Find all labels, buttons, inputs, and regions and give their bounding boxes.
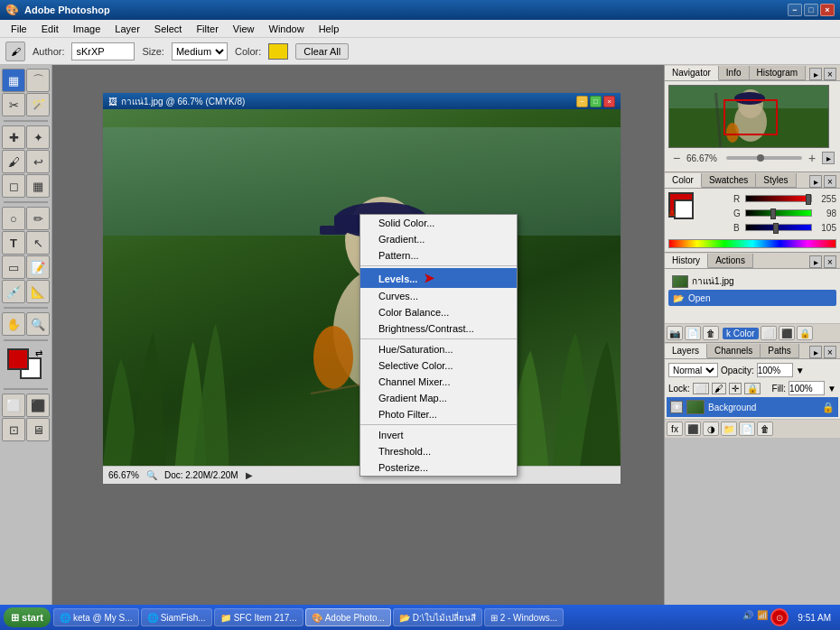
ctx-solid-color[interactable]: Solid Color... (360, 215, 517, 231)
start-button[interactable]: ⊞ start (4, 607, 51, 627)
minimize-button[interactable]: − (788, 4, 802, 16)
channel-r-slider[interactable] (745, 195, 812, 202)
history-item-snapshot[interactable]: กาแน่1.jpg (668, 273, 836, 290)
tab-navigator[interactable]: Navigator (665, 66, 719, 80)
opacity-arrow-icon[interactable]: ▼ (796, 366, 805, 375)
lock-move-icon[interactable]: ✛ (729, 383, 742, 394)
ctx-gradient-map[interactable]: Gradient Map... (360, 390, 517, 406)
zoom-slider[interactable] (726, 156, 802, 160)
image-minimize-button[interactable]: − (576, 96, 588, 107)
new-set-btn[interactable]: 📁 (721, 422, 737, 436)
size-select[interactable]: Small Medium Large (172, 42, 228, 60)
close-button[interactable]: × (820, 4, 835, 16)
new-snapshot-btn[interactable]: 📷 (667, 326, 683, 340)
dodge-tool[interactable]: ○ (2, 207, 25, 230)
ctx-channel-mixer[interactable]: Channel Mixer... (360, 374, 517, 390)
pen-tool[interactable]: ✏ (26, 207, 50, 230)
hand-tool[interactable]: ✋ (2, 312, 25, 336)
layers-menu-icon[interactable]: ▸ (809, 346, 822, 358)
menu-image[interactable]: Image (66, 22, 108, 36)
taskbar-item-sfc[interactable]: 📁 SFC Item 217... (214, 608, 303, 626)
layer-eye-icon[interactable]: 👁 (670, 401, 683, 413)
layer-styles-btn[interactable]: fx (667, 422, 683, 436)
tab-swatches[interactable]: Swatches (702, 173, 756, 188)
create-new-doc-btn[interactable]: 📄 (685, 326, 701, 340)
gradient-tool[interactable]: ▦ (26, 174, 50, 198)
lock-transparent-icon[interactable]: ⬜ (693, 383, 709, 394)
ctx-posterize[interactable]: Posterize... (360, 459, 517, 476)
delete-layer-btn[interactable]: 🗑 (757, 422, 773, 436)
measure-tool[interactable]: 📐 (26, 280, 50, 303)
ctx-color-balance[interactable]: Color Balance... (360, 304, 517, 320)
ctx-threshold[interactable]: Threshold... (360, 443, 517, 459)
ctx-photo-filter[interactable]: Photo Filter... (360, 406, 517, 422)
delete-state-btn[interactable]: 🗑 (703, 326, 719, 340)
new-layer-btn[interactable]: 📄 (739, 422, 755, 436)
navigator-menu-icon[interactable]: ▸ (809, 68, 822, 80)
menu-help[interactable]: Help (312, 22, 347, 36)
quick-mask-mode[interactable]: ⬛ (26, 394, 50, 417)
image-maximize-button[interactable]: □ (590, 96, 602, 107)
shape-tool[interactable]: ▭ (2, 255, 25, 279)
menu-view[interactable]: View (226, 22, 262, 36)
ctx-hue-saturation[interactable]: Hue/Saturation... (360, 341, 517, 357)
zoom-out-icon[interactable]: − (670, 151, 683, 165)
tab-actions[interactable]: Actions (708, 254, 753, 268)
channel-g-slider[interactable] (745, 209, 812, 217)
ctx-brightness-contrast[interactable]: Brightness/Contrast... (360, 320, 517, 337)
history-brush-tool[interactable]: ↩ (26, 150, 50, 173)
marquee-tool[interactable]: ▦ (2, 69, 25, 92)
lock-paint-icon[interactable]: 🖌 (712, 383, 726, 394)
menu-filter[interactable]: Filter (189, 22, 225, 36)
swap-colors-icon[interactable]: ⇄ (35, 348, 42, 358)
layer-background[interactable]: 👁 Background 🔒 (667, 397, 838, 417)
blend-mode-select[interactable]: Normal (668, 363, 718, 377)
channel-b-slider[interactable] (745, 224, 812, 231)
menu-file[interactable]: File (4, 22, 34, 36)
stamp-tool[interactable]: ✦ (26, 125, 50, 149)
color-spectrum-bar[interactable] (668, 239, 836, 248)
standard-mode[interactable]: ⬜ (2, 394, 25, 417)
ctx-pattern[interactable]: Pattern... (360, 247, 517, 264)
tab-color[interactable]: Color (665, 173, 702, 188)
lock-all-icon[interactable]: 🔒 (744, 383, 761, 394)
ctx-levels[interactable]: Levels... ➤ (360, 268, 517, 288)
color-menu-icon[interactable]: ▸ (809, 175, 822, 188)
opacity-input[interactable] (757, 363, 793, 377)
adj-btn-1[interactable]: ⬜ (761, 326, 777, 340)
color-close-icon[interactable]: × (824, 175, 836, 188)
menu-edit[interactable]: Edit (34, 22, 66, 36)
taskbar-item-folder[interactable]: 📂 D:\ใบไม้เปลี่ยนสี (393, 608, 482, 626)
tray-network-icon[interactable]: 🔊 (742, 608, 754, 621)
zoom-in-icon[interactable]: + (806, 151, 818, 165)
navigator-close-icon[interactable]: × (824, 68, 836, 80)
jump-to-imageready[interactable]: 🖥 (26, 418, 50, 441)
clear-all-button[interactable]: Clear All (295, 43, 349, 60)
tab-styles[interactable]: Styles (756, 173, 796, 188)
adj-btn-2[interactable]: ⬛ (779, 326, 795, 340)
tab-layers[interactable]: Layers (665, 344, 707, 358)
bg-color-swatch[interactable] (674, 199, 694, 219)
menu-layer[interactable]: Layer (107, 22, 147, 36)
notes-tool[interactable]: 📝 (26, 255, 50, 279)
history-close-icon[interactable]: × (824, 255, 836, 268)
history-item-open[interactable]: 📂 Open (668, 290, 836, 306)
channel-g-thumb[interactable] (770, 208, 776, 219)
status-arrow-icon[interactable]: ▶ (246, 470, 257, 481)
fill-arrow-icon[interactable]: ▼ (827, 384, 836, 394)
magic-wand-tool[interactable]: 🪄 (26, 93, 50, 116)
color-swatch[interactable] (268, 43, 288, 60)
taskbar-item-siam[interactable]: 🌐 SiamFish... (141, 608, 212, 626)
type-tool[interactable]: T (2, 231, 25, 255)
history-menu-icon[interactable]: ▸ (809, 255, 822, 268)
tab-channels[interactable]: Channels (707, 344, 761, 358)
layers-close-icon[interactable]: × (824, 346, 836, 358)
lasso-tool[interactable]: ⌒ (26, 69, 50, 92)
brush-options-icon[interactable]: 🖌 (5, 42, 25, 61)
nav-scroll-right[interactable]: ▸ (822, 152, 835, 164)
menu-select[interactable]: Select (147, 22, 190, 36)
layer-mask-btn[interactable]: ⬛ (685, 422, 701, 436)
zoom-tool[interactable]: 🔍 (26, 312, 50, 336)
healing-tool[interactable]: ✚ (2, 125, 25, 149)
tab-info[interactable]: Info (719, 66, 750, 80)
